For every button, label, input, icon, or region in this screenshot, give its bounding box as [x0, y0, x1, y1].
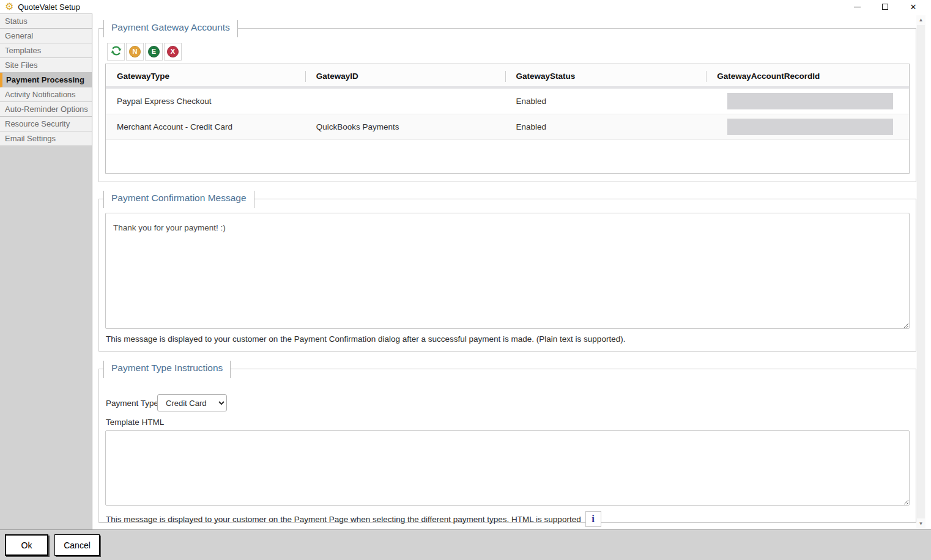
- table-row[interactable]: Paypal Express Checkout Enabled: [106, 89, 909, 114]
- new-gateway-button[interactable]: N: [126, 43, 144, 61]
- group-title: Payment Type Instructions: [103, 361, 231, 378]
- template-html-label: Template HTML: [106, 418, 164, 427]
- column-header-gateway-type[interactable]: GatewayType: [106, 64, 305, 89]
- instructions-help-row: This message is displayed to your custom…: [106, 511, 601, 527]
- sidebar: Status General Templates Site Files Paym…: [0, 13, 92, 529]
- minimize-icon: [854, 7, 861, 7]
- cell-record-id: [706, 89, 909, 114]
- close-button[interactable]: ✕: [899, 0, 927, 13]
- instructions-help-text: This message is displayed to your custom…: [106, 515, 581, 524]
- cancel-button[interactable]: Cancel: [54, 534, 100, 556]
- column-header-gateway-status[interactable]: GatewayStatus: [505, 64, 707, 89]
- payment-confirmation-message-group: Payment Confirmation Message Thank you f…: [98, 199, 916, 352]
- edit-gateway-button[interactable]: E: [145, 43, 163, 61]
- cell-gateway-status: Enabled: [505, 114, 707, 139]
- window-title: QuoteValet Setup: [18, 2, 80, 12]
- edit-icon: E: [148, 46, 160, 57]
- gateway-table-header: GatewayType GatewayID GatewayStatus Gate…: [106, 64, 909, 89]
- cell-gateway-type: Paypal Express Checkout: [106, 89, 305, 114]
- scroll-down-icon[interactable]: ▼: [916, 519, 925, 528]
- cell-gateway-id: QuickBooks Payments: [305, 114, 505, 139]
- sidebar-item-general[interactable]: General: [0, 29, 92, 43]
- cell-gateway-status: Enabled: [505, 89, 707, 114]
- cell-gateway-id: [305, 89, 505, 114]
- sidebar-item-auto-reminder-options[interactable]: Auto-Reminder Options: [0, 102, 92, 117]
- title-bar: ⚙ QuoteValet Setup ✕: [0, 0, 931, 13]
- refresh-icon: [110, 45, 122, 59]
- vertical-scrollbar[interactable]: ▲ ▼: [916, 15, 925, 528]
- scrollbar-thumb[interactable]: [917, 25, 925, 518]
- minimize-button[interactable]: [843, 0, 871, 13]
- template-html-input[interactable]: [105, 430, 910, 506]
- cell-gateway-type: Merchant Account - Credit Card: [106, 114, 305, 139]
- sidebar-menu: Status General Templates Site Files Paym…: [0, 13, 92, 146]
- sidebar-item-templates[interactable]: Templates: [0, 43, 92, 58]
- info-icon: i: [592, 513, 595, 525]
- maximize-button[interactable]: [871, 0, 899, 13]
- confirmation-help-text: This message is displayed to your custom…: [106, 334, 625, 344]
- sidebar-item-payment-processing[interactable]: Payment Processing: [0, 73, 92, 87]
- sidebar-item-activity-notifications[interactable]: Activity Notifications: [0, 87, 92, 102]
- new-icon: N: [129, 46, 141, 57]
- record-id-redacted-box: [727, 93, 893, 109]
- cell-record-id: [706, 114, 909, 139]
- payment-type-label: Payment Type: [106, 399, 158, 408]
- gateway-toolbar: N E X: [107, 43, 182, 61]
- confirmation-message-input[interactable]: Thank you for your payment! :): [105, 213, 910, 329]
- window-controls: ✕: [843, 0, 931, 13]
- info-button[interactable]: i: [585, 511, 601, 527]
- scroll-up-icon[interactable]: ▲: [916, 15, 925, 24]
- sidebar-item-resource-security[interactable]: Resource Security: [0, 117, 92, 131]
- sidebar-item-site-files[interactable]: Site Files: [0, 58, 92, 73]
- sidebar-item-email-settings[interactable]: Email Settings: [0, 131, 92, 146]
- maximize-icon: [882, 4, 888, 10]
- footer-bar: Ok Cancel: [0, 529, 931, 560]
- payment-type-select[interactable]: Credit Card: [157, 394, 227, 411]
- ok-button[interactable]: Ok: [5, 534, 48, 556]
- delete-icon: X: [167, 46, 179, 57]
- group-title: Payment Confirmation Message: [103, 191, 254, 208]
- payment-gateway-accounts-group: Payment Gateway Accounts N E: [98, 28, 916, 182]
- delete-gateway-button[interactable]: X: [164, 43, 182, 61]
- table-row[interactable]: Merchant Account - Credit Card QuickBook…: [106, 114, 909, 140]
- sidebar-item-status[interactable]: Status: [0, 14, 92, 29]
- column-header-gateway-id[interactable]: GatewayID: [305, 64, 505, 89]
- group-title: Payment Gateway Accounts: [103, 20, 238, 37]
- gateway-table: GatewayType GatewayID GatewayStatus Gate…: [105, 64, 910, 174]
- gear-icon: ⚙: [5, 2, 13, 12]
- payment-type-instructions-group: Payment Type Instructions Payment Type C…: [98, 369, 916, 523]
- refresh-button[interactable]: [107, 43, 125, 61]
- column-header-gateway-account-record-id[interactable]: GatewayAccountRecordId: [706, 64, 909, 89]
- record-id-redacted-box: [727, 119, 893, 135]
- main-content: Payment Gateway Accounts N E: [92, 13, 931, 529]
